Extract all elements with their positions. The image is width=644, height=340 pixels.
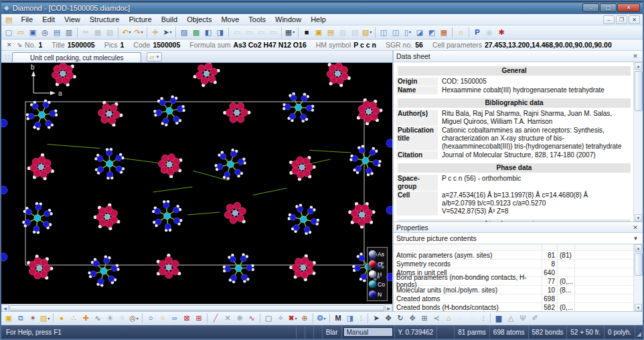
menu-picture[interactable]: Picture [124,15,156,24]
add-atom-icon[interactable]: ● [56,313,68,325]
scroll-up-icon[interactable]: ▲ [635,244,642,252]
rotate-icon[interactable]: ↻ [394,313,406,325]
picture-copy-icon[interactable]: ◧ [202,26,214,38]
datasheet-close-icon[interactable]: ✕ [631,53,640,60]
properties-row[interactable]: Symmetry records8 [394,260,633,268]
molecule-net-icon[interactable]: ✳ [104,313,116,325]
mdi-restore-button[interactable]: ❐ [616,15,627,24]
cell-axes-icon[interactable]: ✧ [274,313,287,325]
minimize-button[interactable]: – [582,3,599,12]
document-menu-icon[interactable]: ▤ [5,15,12,24]
picture-import-icon[interactable]: ▨▾ [361,26,373,38]
menu-view[interactable]: View [60,15,85,24]
build-window-icon[interactable]: ⧉ [15,313,27,325]
menu-edit[interactable]: Edit [37,15,60,24]
layout-full-icon[interactable]: ▯▾ [402,26,414,38]
layout-single-icon[interactable]: ◫ [378,26,390,38]
data-table-icon[interactable]: ▦ [438,26,450,38]
torsion-icon[interactable]: Ψ [517,313,529,325]
video-record-icon[interactable]: ✱ [495,26,507,38]
translate-icon[interactable]: ✥ [406,313,418,325]
move-all-icon[interactable]: ✥ [382,313,394,325]
properties-scrollbar[interactable]: ▲ ▼ [633,244,643,311]
angle-icon[interactable]: △ [505,313,517,325]
lattice-cross-icon[interactable]: ⊠ [181,313,193,325]
scrollbar-thumb[interactable] [9,305,384,311]
mdi-minimize-button[interactable]: – [603,15,615,24]
home-view-icon[interactable]: ⌂ [442,313,455,325]
menu-tools[interactable]: Tools [244,15,270,24]
bond-x-icon[interactable]: ✕ [222,313,234,325]
picture-creator-icon[interactable]: ▨▾ [39,313,51,325]
frame-3-icon[interactable]: ▭ [255,26,267,38]
picture-blank-icon[interactable]: ▨ [178,26,190,38]
mdi-close-button[interactable]: ✕ [629,15,640,24]
new-picture-tab-button[interactable]: ▱▼ [147,52,162,62]
properties-row[interactable]: Created bonds (H-bonds/contacts)582(0,..… [394,303,633,311]
zoom-window-icon[interactable]: ⊞ [418,313,430,325]
properties-row[interactable]: Created atoms698 [394,294,633,303]
new-document-icon[interactable]: ▢ [3,26,15,38]
chart-2-icon[interactable]: ◩ [426,26,438,38]
save-icon[interactable]: ▣ [27,26,39,38]
table-mode-icon[interactable]: ▦▾ [284,26,296,38]
fragment-icon[interactable]: ❋ [234,313,246,325]
color-wheel-icon[interactable]: ❂▾ [315,313,327,325]
scrollbar-thumb[interactable] [635,71,643,111]
walk-1-icon[interactable]: ◌ [455,313,467,325]
sphere-pair-icon[interactable]: ∞ [169,313,181,325]
undo-icon[interactable]: ↶▾ [120,26,133,38]
coordination-icon[interactable]: ◎▾ [128,313,140,325]
powder-pattern-icon[interactable]: P [471,26,483,38]
scroll-left-icon[interactable]: ◀ [1,305,9,312]
close-button[interactable]: ✕ [617,3,640,12]
properties-row[interactable]: Atomic parameters (asym. sites)81(81) [394,251,633,260]
molecule-net2-icon[interactable]: ✳ [116,313,128,325]
molecule-m-icon[interactable]: M [332,313,344,325]
properties-close-icon[interactable]: ✕ [631,224,640,231]
scroll-down-icon[interactable]: ▼ [635,214,642,222]
fe-bond-icon[interactable]: ⊕ [299,313,311,325]
distance-icon[interactable]: ◉ [483,26,495,38]
print-preview-icon[interactable]: ▤ [51,26,63,38]
hexagon-outline-icon[interactable]: ○ [145,313,157,325]
picture-export-icon[interactable]: ▧ [349,26,361,38]
frame-4-icon[interactable]: ▭ [267,26,279,38]
frame-2-icon[interactable]: ▭ [243,26,255,38]
shrink-icon[interactable]: ≺ [430,313,442,325]
pointer-select-icon[interactable]: ➤▾ [161,26,173,38]
add-atoms-icon[interactable]: ∴ [68,313,80,325]
scrollbar-thumb[interactable] [635,253,643,276]
menu-move[interactable]: Move [216,15,244,24]
status-mode-field[interactable]: Manual [341,325,394,339]
resize-grip[interactable]: ◢ [635,325,643,339]
datasheet-scrollbar[interactable]: ▲ ▼ [633,62,643,222]
connect-atoms-icon[interactable]: ∿ [92,313,104,325]
measure-icon[interactable]: ✐ [529,313,541,325]
canvas-horizontal-scrollbar[interactable]: ◀ ▶ [1,304,392,311]
lattice-grid-icon[interactable]: ⊞ [193,313,205,325]
render-lamp-icon[interactable]: ☼ [455,26,467,38]
maximize-button[interactable]: ▢ [600,3,617,12]
menu-build[interactable]: Build [157,15,182,24]
layout-split-icon[interactable]: ◫ [390,26,402,38]
structure-canvas[interactable]: ba AsOHCoN [1,63,392,304]
print-icon[interactable]: ▥ [63,26,75,38]
histogram-icon[interactable]: ▆ [493,313,505,325]
pan-hand-icon[interactable]: ✛ [149,26,161,38]
scroll-up-icon[interactable]: ▲ [635,62,642,70]
open-folder-icon[interactable]: ▭ [15,26,27,38]
menu-help[interactable]: Help [306,15,331,24]
build-cell-icon[interactable]: ▣ [3,313,15,325]
close-structure-icon[interactable]: ✕ [7,41,12,48]
black-picture-icon[interactable]: ■ [301,26,313,38]
tab-unit-cell-packing[interactable]: Unit cell packing, cut molecules [12,52,142,62]
copy-icon[interactable]: ▦ [92,26,104,38]
paste-icon[interactable]: ▧ [104,26,116,38]
goto-structure-icon[interactable]: ⇘ [17,41,23,48]
walk-2-icon[interactable]: ◌ [467,313,479,325]
hexagon-filled-icon[interactable]: ○ [157,313,169,325]
properties-category-select[interactable]: Structure picture contents ▼ [394,233,643,244]
build-tools-icon[interactable]: ✶ [27,313,39,325]
cut-icon[interactable]: ✂ [80,26,92,38]
